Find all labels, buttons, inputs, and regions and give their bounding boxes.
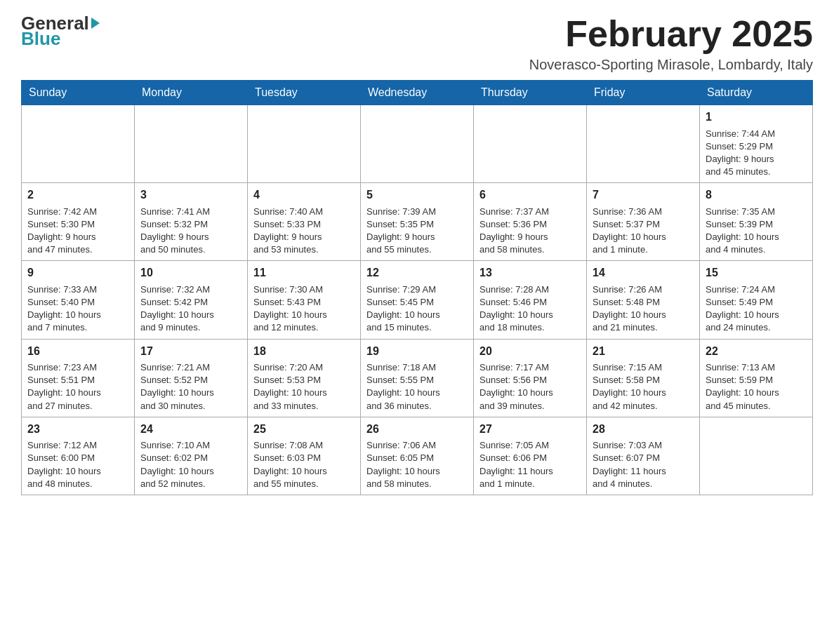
day-number: 15	[706, 265, 807, 281]
day-info-line: and 30 minutes.	[140, 400, 241, 412]
day-info-line: Sunset: 5:49 PM	[706, 296, 807, 309]
day-info-line: and 55 minutes.	[366, 243, 468, 256]
day-info-line: and 4 minutes.	[593, 478, 694, 490]
calendar-cell: 9Sunrise: 7:33 AMSunset: 5:40 PMDaylight…	[22, 261, 135, 339]
day-info-line: Sunrise: 7:15 AM	[593, 361, 694, 374]
day-info-line: and 12 minutes.	[253, 321, 355, 334]
day-info-line: Daylight: 10 hours	[706, 231, 807, 243]
day-info-line: and 52 minutes.	[140, 478, 241, 490]
day-info-line: Daylight: 9 hours	[140, 231, 241, 243]
day-info-line: Sunset: 5:30 PM	[27, 218, 128, 231]
day-info-line: and 45 minutes.	[706, 400, 807, 412]
day-number: 23	[27, 422, 128, 437]
day-info-line: Sunrise: 7:06 AM	[366, 439, 468, 452]
calendar-cell: 6Sunrise: 7:37 AMSunset: 5:36 PMDaylight…	[474, 183, 587, 261]
day-number: 28	[593, 422, 694, 437]
day-info-line: Daylight: 10 hours	[27, 309, 128, 321]
weekday-header-sunday: Sunday	[22, 81, 135, 105]
day-info-line: Daylight: 10 hours	[366, 465, 468, 478]
calendar-cell: 1Sunrise: 7:44 AMSunset: 5:29 PMDaylight…	[700, 105, 813, 183]
day-info-line: and 50 minutes.	[140, 243, 241, 256]
day-number: 16	[27, 344, 128, 359]
day-info-line: Daylight: 9 hours	[366, 231, 468, 243]
day-number: 25	[253, 422, 355, 437]
day-info-line: Sunset: 5:43 PM	[253, 296, 355, 309]
calendar-cell: 10Sunrise: 7:32 AMSunset: 5:42 PMDayligh…	[135, 261, 248, 339]
day-number: 18	[253, 344, 355, 359]
day-number: 5	[366, 187, 468, 203]
calendar-cell: 17Sunrise: 7:21 AMSunset: 5:52 PMDayligh…	[135, 339, 248, 417]
day-info-line: Sunset: 5:56 PM	[479, 374, 581, 387]
weekday-header-monday: Monday	[135, 81, 248, 105]
day-info-line: Sunset: 6:06 PM	[479, 452, 581, 464]
day-info-line: and 1 minute.	[593, 243, 694, 256]
day-info-line: Daylight: 10 hours	[593, 309, 694, 321]
day-number: 20	[479, 344, 581, 359]
day-info-line: Sunrise: 7:03 AM	[593, 439, 694, 452]
day-info-line: Sunset: 5:33 PM	[253, 218, 355, 231]
day-info-line: Daylight: 9 hours	[253, 231, 355, 243]
day-number: 10	[140, 265, 241, 281]
day-info-line: Sunset: 5:35 PM	[366, 218, 468, 231]
day-info-line: Sunrise: 7:36 AM	[593, 206, 694, 218]
day-info-line: Sunrise: 7:21 AM	[140, 361, 241, 374]
day-info-line: Sunrise: 7:44 AM	[706, 128, 807, 140]
day-info-line: Sunset: 5:53 PM	[253, 374, 355, 387]
calendar-cell: 2Sunrise: 7:42 AMSunset: 5:30 PMDaylight…	[22, 183, 135, 261]
day-info-line: Daylight: 10 hours	[366, 309, 468, 321]
day-info-line: Sunset: 5:45 PM	[366, 296, 468, 309]
day-info-line: and 47 minutes.	[27, 243, 128, 256]
day-info-line: and 55 minutes.	[253, 478, 355, 490]
day-info-line: Sunrise: 7:08 AM	[253, 439, 355, 452]
calendar-cell: 14Sunrise: 7:26 AMSunset: 5:48 PMDayligh…	[587, 261, 700, 339]
day-info-line: Daylight: 10 hours	[27, 465, 128, 478]
week-row-4: 16Sunrise: 7:23 AMSunset: 5:51 PMDayligh…	[22, 339, 813, 417]
day-info-line: Daylight: 10 hours	[253, 309, 355, 321]
calendar-cell: 8Sunrise: 7:35 AMSunset: 5:39 PMDaylight…	[700, 183, 813, 261]
calendar-cell: 26Sunrise: 7:06 AMSunset: 6:05 PMDayligh…	[361, 417, 474, 495]
day-info-line: Sunset: 5:36 PM	[479, 218, 581, 231]
calendar-cell	[248, 105, 361, 183]
calendar-cell	[22, 105, 135, 183]
calendar-cell: 12Sunrise: 7:29 AMSunset: 5:45 PMDayligh…	[361, 261, 474, 339]
day-info-line: and 21 minutes.	[593, 321, 694, 334]
day-info-line: Sunrise: 7:37 AM	[479, 206, 581, 218]
day-info-line: Sunset: 5:40 PM	[27, 296, 128, 309]
calendar-cell: 3Sunrise: 7:41 AMSunset: 5:32 PMDaylight…	[135, 183, 248, 261]
day-info-line: and 4 minutes.	[706, 243, 807, 256]
weekday-header-row: SundayMondayTuesdayWednesdayThursdayFrid…	[22, 81, 813, 105]
day-info-line: Sunrise: 7:40 AM	[253, 206, 355, 218]
day-info-line: Sunset: 5:59 PM	[706, 374, 807, 387]
day-info-line: Sunrise: 7:18 AM	[366, 361, 468, 374]
day-info-line: and 36 minutes.	[366, 400, 468, 412]
calendar-cell	[135, 105, 248, 183]
day-info-line: Daylight: 10 hours	[253, 387, 355, 399]
calendar-table: SundayMondayTuesdayWednesdayThursdayFrid…	[21, 80, 813, 495]
day-info-line: Daylight: 10 hours	[253, 465, 355, 478]
day-number: 17	[140, 344, 241, 359]
calendar-cell: 7Sunrise: 7:36 AMSunset: 5:37 PMDaylight…	[587, 183, 700, 261]
logo-triangle-icon	[91, 18, 100, 29]
day-info-line: Sunrise: 7:33 AM	[27, 283, 128, 296]
day-number: 13	[479, 265, 581, 281]
day-info-line: Sunset: 6:05 PM	[366, 452, 468, 464]
day-info-line: Sunset: 5:39 PM	[706, 218, 807, 231]
day-info-line: Sunrise: 7:20 AM	[253, 361, 355, 374]
day-info-line: Sunrise: 7:12 AM	[27, 439, 128, 452]
day-info-line: and 18 minutes.	[479, 321, 581, 334]
weekday-header-saturday: Saturday	[700, 81, 813, 105]
day-info-line: Daylight: 10 hours	[593, 231, 694, 243]
logo-blue-text: Blue	[21, 29, 100, 48]
day-number: 26	[366, 422, 468, 437]
day-info-line: Sunrise: 7:28 AM	[479, 283, 581, 296]
day-info-line: Daylight: 10 hours	[706, 387, 807, 399]
day-info-line: and 48 minutes.	[27, 478, 128, 490]
day-number: 24	[140, 422, 241, 437]
calendar-cell: 27Sunrise: 7:05 AMSunset: 6:06 PMDayligh…	[474, 417, 587, 495]
day-number: 14	[593, 265, 694, 281]
calendar-cell: 24Sunrise: 7:10 AMSunset: 6:02 PMDayligh…	[135, 417, 248, 495]
day-info-line: Daylight: 10 hours	[140, 465, 241, 478]
week-row-3: 9Sunrise: 7:33 AMSunset: 5:40 PMDaylight…	[22, 261, 813, 339]
day-number: 11	[253, 265, 355, 281]
day-info-line: Daylight: 11 hours	[479, 465, 581, 478]
